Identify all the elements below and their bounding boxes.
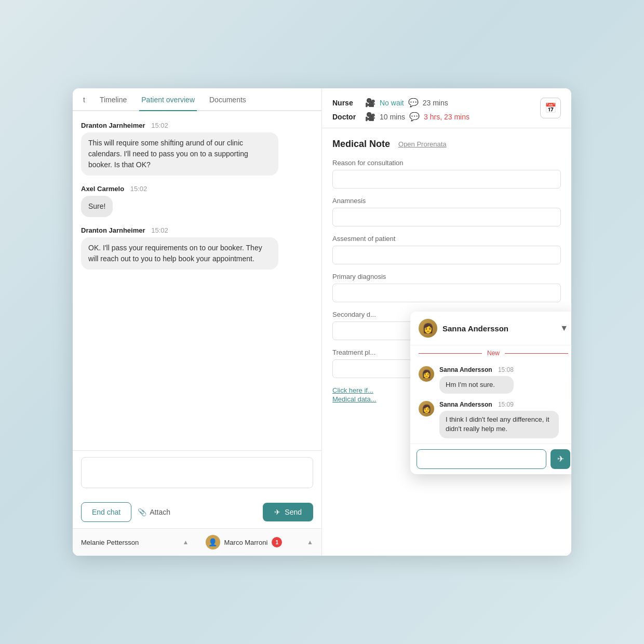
marco-chevron-up-icon: ▲ — [307, 539, 313, 546]
popup-msg-sender-2: Sanna Andersson 15:09 — [439, 401, 559, 408]
nurse-chat-wait: 23 mins — [423, 99, 448, 107]
main-container: t Timeline Patient overview Documents Dr… — [73, 88, 571, 556]
marco-avatar: 👤 — [206, 535, 220, 549]
form-field-assessment: Assesment of patient — [332, 235, 561, 264]
form-label-assessment: Assesment of patient — [332, 235, 561, 243]
tab-timeline[interactable]: Timeline — [98, 88, 129, 111]
message-sender-3: Dranton Jarnheimer 15:02 — [81, 226, 313, 234]
new-line-left — [419, 353, 482, 354]
popup-msg-content-2: Sanna Andersson 15:09 I think I didn't f… — [439, 401, 559, 438]
medical-note-header: Medical Note Open Prorenata — [332, 139, 561, 150]
attach-button[interactable]: 📎 Attach — [138, 508, 170, 516]
message-sender-1: Dranton Jarnheimer 15:02 — [81, 122, 313, 129]
doctor-video-wait: 10 mins — [380, 113, 405, 121]
new-label: New — [487, 350, 500, 357]
message-bubble-2: Sure! — [81, 196, 113, 217]
chat-input[interactable] — [81, 457, 313, 488]
left-panel: t Timeline Patient overview Documents Dr… — [73, 88, 322, 556]
nurse-label: Nurse — [332, 99, 361, 107]
send-button[interactable]: ✈ Send — [263, 503, 313, 521]
tabs-bar: t Timeline Patient overview Documents — [73, 88, 321, 111]
calendar-button[interactable]: 📅 — [540, 98, 561, 118]
popup-chevron-down-icon[interactable]: ▼ — [560, 324, 568, 333]
nurse-wait-row: Nurse 🎥 No wait 💬 23 mins — [332, 98, 525, 108]
message-group-1: Dranton Jarnheimer 15:02 This will requi… — [81, 122, 313, 176]
right-header: Nurse 🎥 No wait 💬 23 mins Doctor 🎥 10 mi… — [322, 88, 571, 128]
chevron-up-icon: ▲ — [183, 539, 189, 546]
wait-info: Nurse 🎥 No wait 💬 23 mins Doctor 🎥 10 mi… — [332, 98, 525, 122]
new-divider: New — [410, 345, 571, 361]
sanna-avatar: 👩 — [419, 319, 437, 338]
chat-icon-doctor: 💬 — [409, 112, 420, 122]
popup-msg-content-1: Sanna Andersson 15:08 Hm I'm not sure. — [439, 366, 514, 394]
notification-badge: 1 — [272, 537, 282, 547]
popup-msg-group-2: 👩 Sanna Andersson 15:09 I think I didn't… — [419, 401, 568, 438]
form-label-primary-diagnosis: Primary diagnosis — [332, 273, 561, 280]
popup-header: 👩 Sanna Andersson ▼ — [410, 312, 571, 345]
calendar-icon: 📅 — [545, 102, 556, 114]
tab-t[interactable]: t — [81, 88, 87, 111]
message-sender-2: Axel Carmelo 15:02 — [81, 185, 313, 193]
form-input-anamnesis[interactable] — [332, 208, 561, 226]
form-input-assessment[interactable] — [332, 246, 561, 264]
popup-msg-sender-1: Sanna Andersson 15:08 — [439, 366, 514, 373]
form-field-primary-diagnosis: Primary diagnosis — [332, 273, 561, 302]
tab-documents[interactable]: Documents — [207, 88, 248, 111]
nurse-video-wait: No wait — [380, 99, 404, 107]
doctor-chat-wait: 3 hrs, 23 mins — [424, 113, 469, 121]
paperclip-icon: 📎 — [138, 508, 146, 516]
message-group-3: Dranton Jarnheimer 15:02 OK. I'll pass y… — [81, 226, 313, 270]
form-label-reason: Reason for consultation — [332, 159, 561, 167]
popup-msg-group-1: 👩 Sanna Andersson 15:08 Hm I'm not sure. — [419, 366, 568, 394]
message-bubble-3: OK. I'll pass your requirements on to ou… — [81, 237, 278, 270]
medical-data-link[interactable]: Medical data... — [332, 395, 377, 403]
popup-send-icon: ✈ — [557, 454, 564, 464]
message-group-2: Axel Carmelo 15:02 Sure! — [81, 185, 313, 217]
form-label-anamnesis: Anamnesis — [332, 197, 561, 205]
popup-msg-avatar-2: 👩 — [419, 401, 434, 417]
popup-messages: 👩 Sanna Andersson 15:08 Hm I'm not sure.… — [410, 361, 571, 444]
popup-input-area: ✈ — [410, 444, 571, 474]
doctor-label: Doctor — [332, 113, 361, 121]
chat-icon-nurse: 💬 — [408, 98, 419, 108]
popup-input[interactable] — [417, 449, 546, 469]
tab-patient-overview[interactable]: Patient overview — [139, 88, 197, 111]
chat-actions: End chat 📎 Attach ✈ Send — [73, 497, 321, 528]
popup-msg-bubble-1: Hm I'm not sure. — [439, 376, 514, 394]
chat-area: Dranton Jarnheimer 15:02 This will requi… — [73, 111, 321, 450]
medical-note-title: Medical Note — [332, 139, 390, 150]
popup-msg-bubble-2: I think I didn't feel any difference, it… — [439, 411, 559, 438]
bottom-tabs: Melanie Pettersson ▲ 👤 Marco Marroni 1 ▲ — [73, 528, 321, 556]
popup-panel: 👩 Sanna Andersson ▼ New 👩 Sanna Andersso… — [410, 312, 571, 474]
form-input-primary-diagnosis[interactable] — [332, 284, 561, 302]
doctor-wait-row: Doctor 🎥 10 mins 💬 3 hrs, 23 mins — [332, 112, 525, 122]
chat-input-area — [73, 450, 321, 497]
end-chat-button[interactable]: End chat — [81, 502, 131, 522]
popup-msg-avatar-1: 👩 — [419, 366, 434, 382]
right-panel: Nurse 🎥 No wait 💬 23 mins Doctor 🎥 10 mi… — [322, 88, 571, 556]
form-input-reason[interactable] — [332, 170, 561, 189]
video-icon-doctor: 🎥 — [365, 112, 375, 122]
bottom-tab-melanie[interactable]: Melanie Pettersson ▲ — [73, 529, 197, 556]
popup-send-button[interactable]: ✈ — [551, 449, 570, 469]
video-icon-nurse: 🎥 — [365, 98, 375, 108]
send-icon: ✈ — [274, 508, 280, 516]
popup-name: Sanna Andersson — [442, 324, 555, 333]
melanie-label: Melanie Pettersson — [81, 539, 139, 546]
message-bubble-1: This will require some shifting arund of… — [81, 132, 278, 176]
form-field-reason: Reason for consultation — [332, 159, 561, 189]
open-prorenata-link[interactable]: Open Prorenata — [398, 140, 447, 148]
new-line-right — [505, 353, 568, 354]
bottom-tab-marco[interactable]: 👤 Marco Marroni 1 ▲ — [197, 529, 322, 556]
form-field-anamnesis: Anamnesis — [332, 197, 561, 226]
marco-label: Marco Marroni — [224, 539, 268, 546]
